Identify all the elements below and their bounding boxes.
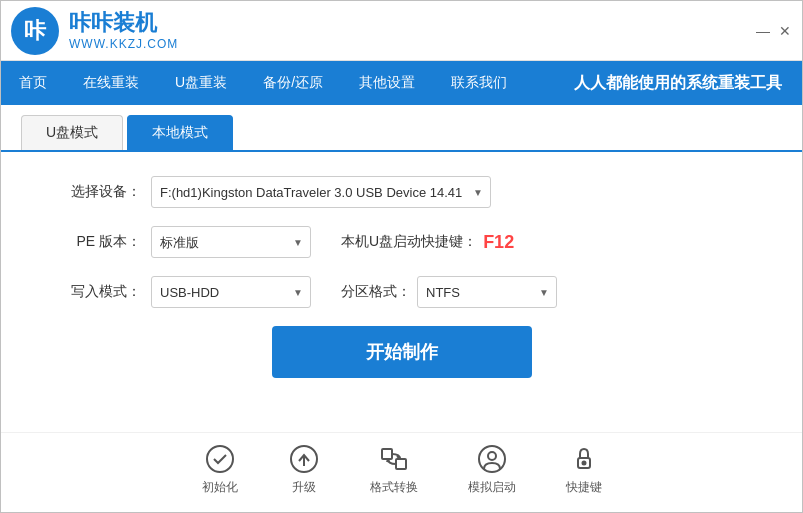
nav-item-contact-us[interactable]: 联系我们 [433,61,525,105]
write-mode-select-wrapper: USB-HDD ▼ [151,276,311,308]
bottom-item-shortcut-keys[interactable]: 快捷键 [566,443,602,496]
nav-item-usb-reinstall[interactable]: U盘重装 [157,61,245,105]
close-button[interactable]: ✕ [778,24,792,38]
pe-select-wrapper: 标准版 ▼ [151,226,311,258]
start-btn-row: 开始制作 [61,326,742,378]
app-url: WWW.KKZJ.COM [69,37,756,51]
upload-circle-icon [288,443,320,475]
app-name: 咔咔装机 [69,10,756,36]
write-mode-select[interactable]: USB-HDD [151,276,311,308]
tab-local-mode[interactable]: 本地模式 [127,115,233,150]
svg-point-0 [207,446,233,472]
bottom-item-initialize[interactable]: 初始化 [202,443,238,496]
tabs-bar: U盘模式 本地模式 [1,105,802,152]
app-window: 咔 咔咔装机 WWW.KKZJ.COM — ✕ 首页 在线重装 U盘重装 备份/… [0,0,803,513]
pe-label: PE 版本： [61,233,141,251]
device-select-wrapper: F:(hd1)Kingston DataTraveler 3.0 USB Dev… [151,176,491,208]
nav-slogan: 人人都能使用的系统重装工具 [574,73,802,94]
device-label: 选择设备： [61,183,141,201]
svg-line-8 [387,459,388,462]
svg-point-12 [582,462,585,465]
title-text-group: 咔咔装机 WWW.KKZJ.COM [69,10,756,50]
device-select[interactable]: F:(hd1)Kingston DataTraveler 3.0 USB Dev… [151,176,491,208]
nav-item-home[interactable]: 首页 [1,61,65,105]
upgrade-label: 升级 [292,479,316,496]
write-mode-label: 写入模式： [61,283,141,301]
hotkey-value: F12 [483,232,514,253]
nav-bar: 首页 在线重装 U盘重装 备份/还原 其他设置 联系我们 人人都能使用的系统重装… [1,61,802,105]
app-logo: 咔 [11,7,59,55]
person-circle-icon [476,443,508,475]
title-bar: 咔 咔咔装机 WWW.KKZJ.COM — ✕ [1,1,802,61]
lock-circle-icon [568,443,600,475]
window-controls: — ✕ [756,24,792,38]
write-mode-row: 写入模式： USB-HDD ▼ 分区格式： NTFS ▼ [61,276,742,308]
nav-item-other-settings[interactable]: 其他设置 [341,61,433,105]
partition-label: 分区格式： [341,283,411,301]
svg-rect-3 [382,449,392,459]
form-area: 选择设备： F:(hd1)Kingston DataTraveler 3.0 U… [1,152,802,432]
bottom-item-upgrade[interactable]: 升级 [288,443,320,496]
start-button[interactable]: 开始制作 [272,326,532,378]
nav-item-online-reinstall[interactable]: 在线重装 [65,61,157,105]
simulate-boot-label: 模拟启动 [468,479,516,496]
format-convert-icon [378,443,410,475]
pe-select[interactable]: 标准版 [151,226,311,258]
pe-row: PE 版本： 标准版 ▼ 本机U盘启动快捷键： F12 [61,226,742,258]
svg-rect-4 [396,459,406,469]
hotkey-label: 本机U盘启动快捷键： [341,233,477,251]
nav-item-backup-restore[interactable]: 备份/还原 [245,61,341,105]
bottom-icons-bar: 初始化 升级 [1,432,802,512]
svg-point-10 [488,452,496,460]
tab-usb-mode[interactable]: U盘模式 [21,115,123,150]
device-row: 选择设备： F:(hd1)Kingston DataTraveler 3.0 U… [61,176,742,208]
minimize-button[interactable]: — [756,24,770,38]
shortcut-keys-label: 快捷键 [566,479,602,496]
format-convert-label: 格式转换 [370,479,418,496]
initialize-label: 初始化 [202,479,238,496]
partition-select[interactable]: NTFS [417,276,557,308]
partition-select-wrapper: NTFS ▼ [417,276,557,308]
bottom-item-simulate-boot[interactable]: 模拟启动 [468,443,516,496]
bottom-item-format-convert[interactable]: 格式转换 [370,443,418,496]
content-area: U盘模式 本地模式 选择设备： F:(hd1)Kingston DataTrav… [1,105,802,512]
check-circle-icon [204,443,236,475]
